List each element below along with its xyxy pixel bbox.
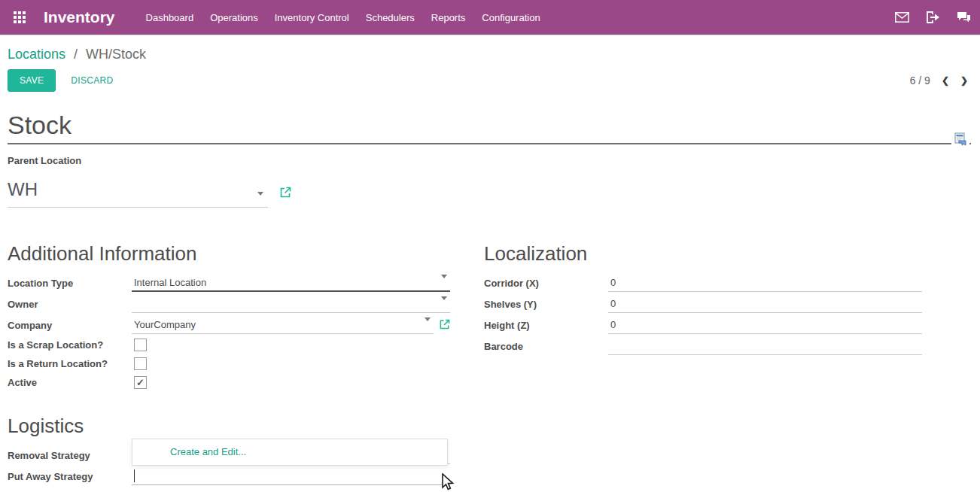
translate-icon[interactable] (951, 132, 969, 150)
record-title[interactable]: Stock (8, 110, 971, 140)
removal-strategy-label: Removal Strategy (8, 450, 132, 461)
nav-item-configuration[interactable]: Configuration (473, 0, 548, 35)
section-localization: Localization Corridor (X) 0 Shelves (Y) … (484, 242, 922, 392)
nav-item-operations[interactable]: Operations (202, 0, 266, 35)
pager-prev-icon[interactable]: ❮ (942, 75, 949, 86)
logout-icon[interactable] (926, 11, 940, 24)
put-away-strategy-label: Put Away Strategy (8, 471, 132, 482)
company-row: Company YourCompany (8, 314, 450, 336)
form-columns: Additional Information Location Type Int… (8, 242, 971, 392)
company-field[interactable]: YourCompany (132, 316, 434, 334)
actions-row: SAVE DISCARD 6 / 9 ❮ ❯ (8, 69, 968, 92)
is-return-label: Is a Return Location? (8, 358, 132, 369)
parent-location-row: WH (8, 178, 980, 208)
nav-item-inventory-control[interactable]: Inventory Control (266, 0, 358, 35)
owner-row: Owner (8, 293, 450, 314)
section-additional-information: Additional Information Location Type Int… (8, 242, 450, 392)
save-button[interactable]: SAVE (8, 69, 56, 92)
shelves-y-input[interactable]: 0 (608, 295, 922, 313)
company-value: YourCompany (134, 319, 196, 330)
location-type-value: Internal Location (134, 277, 206, 288)
active-checkbox[interactable]: ✓ (134, 376, 147, 389)
breadcrumb-separator: / (74, 47, 78, 62)
corridor-x-row: Corridor (X) 0 (484, 272, 922, 293)
autocomplete-dropdown: Create and Edit... (132, 439, 448, 466)
nav-item-reports[interactable]: Reports (423, 0, 474, 35)
breadcrumb-current: WH/Stock (86, 47, 146, 62)
is-scrap-checkbox[interactable]: ✓ (134, 339, 147, 351)
is-return-checkbox[interactable]: ✓ (134, 357, 147, 370)
localization-heading: Localization (484, 242, 922, 265)
nav-menu: Dashboard Operations Inventory Control S… (138, 0, 549, 35)
external-link-icon[interactable] (440, 319, 450, 330)
height-z-value: 0 (610, 319, 616, 330)
nav-item-dashboard[interactable]: Dashboard (138, 0, 202, 35)
owner-label: Owner (8, 299, 132, 310)
section-logistics: Logistics Removal Strategy Put Away Stra… (8, 415, 450, 487)
chevron-down-icon (441, 296, 447, 303)
pager: 6 / 9 ❮ ❯ (910, 74, 968, 87)
barcode-input[interactable] (608, 337, 922, 355)
apps-menu-icon[interactable] (14, 11, 26, 23)
location-type-row: Location Type Internal Location (8, 272, 450, 293)
chevron-down-icon (441, 275, 447, 281)
logistics-heading: Logistics (8, 415, 450, 437)
height-z-label: Height (Z) (484, 320, 608, 331)
corridor-x-input[interactable]: 0 (608, 274, 922, 292)
text-cursor (134, 469, 135, 482)
is-scrap-label: Is a Scrap Location? (8, 339, 132, 351)
pager-counter: 6 / 9 (910, 74, 930, 87)
discard-button[interactable]: DISCARD (71, 75, 113, 86)
nav-item-schedulers[interactable]: Schedulers (358, 0, 423, 35)
height-z-input[interactable]: 0 (608, 316, 922, 334)
shelves-y-label: Shelves (Y) (484, 299, 608, 310)
parent-location-label: Parent Location (8, 155, 980, 166)
chevron-down-icon[interactable] (257, 192, 263, 199)
location-type-select[interactable]: Internal Location (132, 274, 450, 292)
put-away-strategy-row: Put Away Strategy (8, 466, 450, 487)
nav-right-icons (895, 11, 972, 24)
additional-information-heading: Additional Information (8, 242, 450, 265)
breadcrumb-parent-link[interactable]: Locations (8, 47, 65, 62)
shelves-y-value: 0 (610, 298, 616, 309)
shelves-y-row: Shelves (Y) 0 (484, 293, 922, 314)
location-type-label: Location Type (8, 278, 132, 289)
chat-icon[interactable] (957, 11, 971, 24)
company-label: Company (8, 320, 132, 331)
record-title-field[interactable]: Stock (8, 110, 971, 144)
put-away-strategy-input[interactable] (132, 467, 450, 485)
create-and-edit-option[interactable]: Create and Edit... (132, 439, 447, 465)
parent-location-value: WH (8, 178, 38, 201)
messages-envelope-icon[interactable] (895, 11, 909, 24)
external-link-icon[interactable] (280, 187, 291, 198)
corridor-x-value: 0 (610, 277, 616, 288)
is-return-row: Is a Return Location? ✓ (8, 354, 450, 373)
barcode-label: Barcode (484, 341, 608, 352)
barcode-row: Barcode (484, 336, 922, 357)
top-navbar: Inventory Dashboard Operations Inventory… (0, 0, 980, 35)
corridor-x-label: Corridor (X) (484, 278, 608, 289)
pager-next-icon[interactable]: ❯ (960, 75, 968, 86)
owner-field[interactable] (132, 295, 450, 313)
active-label: Active (8, 377, 132, 388)
parent-location-field[interactable]: WH (8, 178, 268, 208)
is-scrap-row: Is a Scrap Location? ✓ (8, 336, 450, 354)
app-brand[interactable]: Inventory (44, 8, 115, 26)
height-z-row: Height (Z) 0 (484, 314, 922, 336)
active-row: Active ✓ (8, 373, 450, 392)
breadcrumb: Locations / WH/Stock (8, 47, 980, 62)
chevron-down-icon (425, 317, 431, 324)
